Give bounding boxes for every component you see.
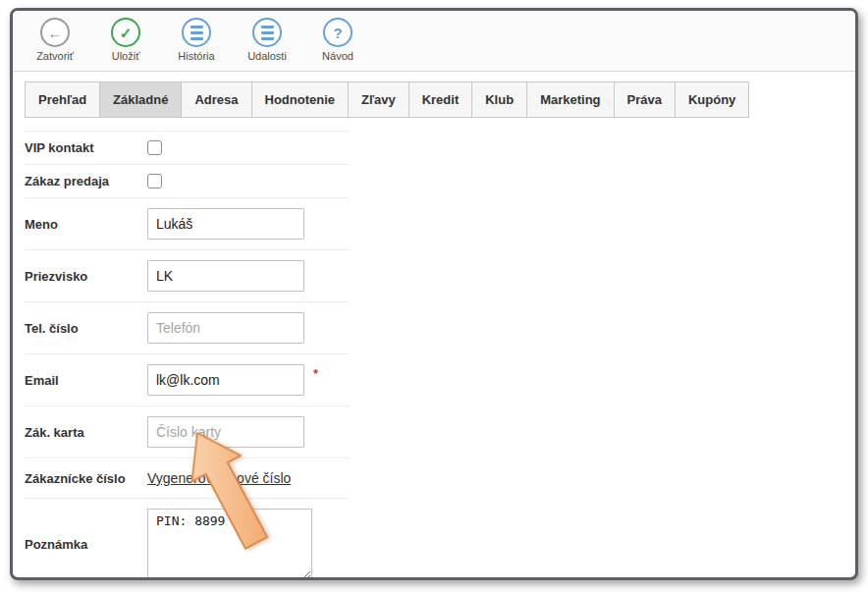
customer-form: VIP kontakt Zákaz predaja Meno Priezvisk… xyxy=(25,131,350,580)
form-row-email: Email * xyxy=(25,354,350,406)
customer-detail-window: ← Zatvoriť ✓ Uložiť História Udalosti ? … xyxy=(10,8,858,580)
zak-karta-label: Zák. karta xyxy=(25,425,147,440)
toolbar: ← Zatvoriť ✓ Uložiť História Udalosti ? … xyxy=(13,11,855,72)
form-row-karta: Zák. karta xyxy=(25,406,350,458)
zakaznicke-cislo-label: Zákaznícke číslo xyxy=(25,471,147,486)
generate-number-link[interactable]: Vygenerovať nové číslo xyxy=(147,470,291,486)
zakaz-predaja-label: Zákaz predaja xyxy=(25,174,147,188)
question-glyph: ? xyxy=(333,26,342,40)
menu-lines-icon xyxy=(252,18,282,47)
tab-prehlad[interactable]: Prehľad xyxy=(25,81,100,118)
history-button[interactable]: História xyxy=(169,18,224,71)
question-icon: ? xyxy=(323,18,353,47)
events-button[interactable]: Udalosti xyxy=(240,18,295,71)
tab-kupony[interactable]: Kupóny xyxy=(675,81,749,118)
zakaz-predaja-checkbox[interactable] xyxy=(147,174,162,188)
close-button[interactable]: ← Zatvoriť xyxy=(27,18,82,71)
tab-kredit[interactable]: Kredit xyxy=(408,81,473,118)
close-button-label: Zatvoriť xyxy=(36,50,74,62)
guide-button[interactable]: ? Návod xyxy=(310,18,365,71)
poznamka-textarea[interactable]: PIN: 8899 xyxy=(147,509,312,580)
back-arrow-icon: ← xyxy=(40,18,70,47)
check-icon: ✓ xyxy=(111,18,140,47)
form-row-telefon: Tel. číslo xyxy=(25,302,350,354)
back-arrow-glyph: ← xyxy=(48,26,63,40)
meno-label: Meno xyxy=(25,217,147,232)
zak-karta-input[interactable] xyxy=(147,416,304,448)
poznamka-label: Poznámka xyxy=(25,537,147,552)
tab-bar: Prehľad Základné Adresa Hodnotenie Zľavy… xyxy=(25,81,855,118)
form-row-zakaz: Zákaz predaja xyxy=(25,165,350,198)
menu-lines-icon xyxy=(182,18,211,47)
vip-label: VIP kontakt xyxy=(25,140,147,155)
email-input[interactable] xyxy=(147,364,304,396)
tab-prava[interactable]: Práva xyxy=(614,81,676,118)
tab-klub[interactable]: Klub xyxy=(471,81,527,118)
guide-button-label: Návod xyxy=(322,50,353,62)
required-asterisk: * xyxy=(313,366,318,381)
check-glyph: ✓ xyxy=(120,26,133,40)
tab-zakladne[interactable]: Základné xyxy=(99,81,182,118)
priezvisko-label: Priezvisko xyxy=(25,269,147,284)
tab-hodnotenie[interactable]: Hodnotenie xyxy=(251,81,350,118)
tab-zlavy[interactable]: Zľavy xyxy=(348,81,409,118)
tab-adresa[interactable]: Adresa xyxy=(181,81,251,118)
tab-marketing[interactable]: Marketing xyxy=(526,81,614,118)
save-button[interactable]: ✓ Uložiť xyxy=(98,18,153,71)
form-row-vip: VIP kontakt xyxy=(25,132,350,165)
save-button-label: Uložiť xyxy=(112,50,140,62)
form-row-zakaznicke-cislo: Zákaznícke číslo Vygenerovať nové číslo xyxy=(25,458,350,499)
meno-input[interactable] xyxy=(147,208,304,240)
form-row-poznamka: Poznámka PIN: 8899 xyxy=(25,499,350,580)
history-button-label: História xyxy=(178,50,214,62)
telefon-label: Tel. číslo xyxy=(25,321,147,336)
form-row-priezvisko: Priezvisko xyxy=(25,250,350,302)
priezvisko-input[interactable] xyxy=(147,260,304,292)
events-button-label: Udalosti xyxy=(247,50,287,62)
telefon-input[interactable] xyxy=(147,312,304,344)
email-label: Email xyxy=(25,373,147,388)
form-row-meno: Meno xyxy=(25,198,350,250)
vip-checkbox[interactable] xyxy=(147,140,162,155)
